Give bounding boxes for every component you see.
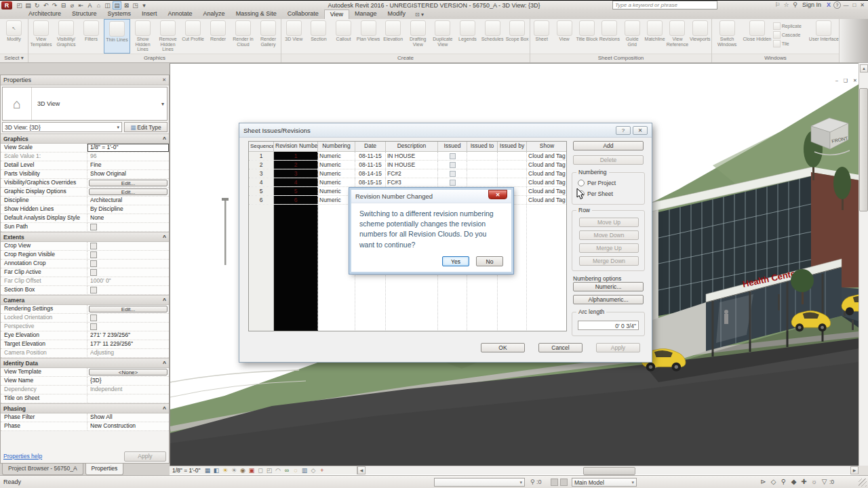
- section-icon[interactable]: ◫: [104, 2, 111, 9]
- ok-button[interactable]: OK: [481, 343, 525, 352]
- ribbon-button-revisions[interactable]: Revisions: [598, 19, 620, 54]
- ribbon-button-title-block[interactable]: Title Block: [576, 19, 598, 54]
- annotation-crop-icon[interactable]: ◰: [264, 467, 273, 474]
- drag-on-selection-icon[interactable]: ✚: [800, 478, 808, 485]
- ribbon-button-guide-grid[interactable]: Guide Grid: [621, 19, 644, 54]
- tab-properties[interactable]: Properties: [85, 464, 124, 475]
- crop-view-icon[interactable]: ▣: [247, 467, 256, 474]
- sign-in-label[interactable]: Sign In: [802, 1, 821, 8]
- dialog-title-bar[interactable]: Sheet Issues/Revisions ? ✕: [239, 123, 652, 138]
- select-pinned-icon[interactable]: ⚲: [780, 478, 787, 485]
- show-crop-region-icon[interactable]: ◻: [256, 467, 264, 474]
- no-button[interactable]: No: [476, 256, 503, 266]
- move-down-button[interactable]: Move Down: [579, 230, 639, 240]
- yes-button[interactable]: Yes: [442, 256, 469, 266]
- ribbon-tab-architecture[interactable]: Architecture: [23, 9, 66, 19]
- shadows-icon[interactable]: ☀: [229, 467, 238, 474]
- measure-icon[interactable]: ⌀: [68, 2, 76, 9]
- group-label-select[interactable]: Select ▾: [0, 54, 28, 62]
- ribbon-button-callout[interactable]: Callout: [331, 19, 356, 54]
- perspective-checkbox[interactable]: [90, 323, 97, 330]
- collapse-icon[interactable]: ^: [163, 360, 166, 367]
- ribbon-button-view-templates[interactable]: View Templates: [28, 19, 54, 54]
- ribbon-button-viewports[interactable]: Viewports: [689, 19, 711, 54]
- collapse-icon[interactable]: ^: [163, 297, 166, 304]
- move-up-button[interactable]: Move Up: [579, 218, 639, 227]
- table-row[interactable]: 22Numeric08-11-15IN HOUSECloud and Tag: [249, 161, 566, 169]
- collapse-icon[interactable]: ^: [163, 405, 166, 412]
- column-header-sequence[interactable]: Sequence: [249, 142, 274, 151]
- restore-button[interactable]: □: [852, 2, 856, 8]
- view-selector-dropdown[interactable]: 3D View: {3D}▾: [2, 122, 122, 132]
- editable-toggle-icon[interactable]: [560, 479, 568, 486]
- ribbon-tab-manage[interactable]: Manage: [349, 9, 382, 19]
- minimize-button[interactable]: —: [843, 2, 848, 8]
- ribbon-button-switch-windows[interactable]: Switch Windows: [712, 19, 742, 54]
- ribbon-tab-modify[interactable]: Modify: [382, 9, 412, 19]
- ribbon-button-thin-lines[interactable]: Thin Lines: [104, 19, 130, 54]
- table-row[interactable]: 11Numeric08-11-15IN HOUSECloud and Tag: [249, 152, 566, 161]
- worksharing-display-icon[interactable]: [551, 479, 558, 486]
- numeric-button[interactable]: Numeric...: [573, 282, 644, 291]
- displace-elements-icon[interactable]: ◇: [309, 467, 317, 474]
- ribbon-button-remove-hidden-lines[interactable]: Remove Hidden Lines: [155, 19, 180, 54]
- scroll-up-icon[interactable]: ▲: [860, 64, 868, 73]
- ribbon-button-render-gallery[interactable]: Render Gallery: [256, 19, 281, 54]
- temporary-hide-isolate-icon[interactable]: ∞: [282, 467, 291, 474]
- dialog-help-icon[interactable]: ?: [616, 126, 631, 135]
- crop-view-checkbox[interactable]: [90, 243, 97, 249]
- dialog-close-icon[interactable]: ✕: [633, 126, 648, 135]
- default-3d-view-icon[interactable]: ⌂: [95, 2, 102, 9]
- issued-checkbox[interactable]: [450, 180, 456, 186]
- visual-style-icon[interactable]: ◧: [212, 467, 220, 474]
- visibility-graphics-overrides-button[interactable]: Edit...: [89, 180, 167, 186]
- sun-path-checkbox[interactable]: [90, 224, 97, 230]
- horizontal-scrollbar[interactable]: ◀ ▶: [357, 466, 859, 474]
- search-input[interactable]: Type a keyword or phrase: [612, 1, 717, 9]
- editable-only-count[interactable]: ⚲ :0: [530, 479, 542, 485]
- alphanumeric-button[interactable]: Alphanumeric...: [573, 295, 644, 304]
- merge-up-button[interactable]: Merge Up: [579, 243, 639, 253]
- ribbon-button-render[interactable]: Render: [205, 19, 231, 54]
- section-header-extents[interactable]: Extents^: [1, 232, 169, 242]
- ribbon-button-schedules[interactable]: Schedules: [480, 19, 505, 54]
- column-header-issued[interactable]: Issued: [438, 142, 467, 151]
- column-header-show[interactable]: Show: [527, 142, 567, 151]
- undo-icon[interactable]: ↶: [42, 2, 50, 9]
- ribbon-tab-insert[interactable]: Insert: [136, 9, 163, 19]
- resize-grip[interactable]: [859, 479, 867, 487]
- view-window-controls[interactable]: ‒ ❑ ✕: [835, 78, 859, 83]
- column-header-description[interactable]: Description: [386, 142, 438, 151]
- revit-logo[interactable]: R: [1, 1, 12, 9]
- column-header-revision-number[interactable]: Revision Number: [274, 142, 318, 151]
- help-icon[interactable]: ?: [833, 1, 841, 9]
- ribbon-button-cut-profile[interactable]: Cut Profile: [180, 19, 205, 54]
- design-options-dropdown[interactable]: Main Model▾: [572, 478, 637, 487]
- sign-in-user-icon[interactable]: ⚲: [791, 1, 799, 9]
- close-hidden-windows-icon[interactable]: ⊠: [123, 2, 130, 9]
- locked-orientation-checkbox[interactable]: [90, 314, 97, 321]
- redo-icon[interactable]: ↷: [51, 2, 58, 9]
- merge-down-button[interactable]: Merge Down: [579, 256, 639, 266]
- collapse-icon[interactable]: ^: [163, 136, 166, 142]
- view-template-button[interactable]: <None>: [89, 369, 167, 375]
- modify-button[interactable]: ↖ Modify: [0, 19, 28, 54]
- communication-center-icon[interactable]: ⚐: [774, 1, 781, 9]
- per-project-radio[interactable]: Per Project: [578, 180, 616, 186]
- column-header-numbering[interactable]: Numbering: [318, 142, 355, 151]
- properties-apply-button[interactable]: Apply: [124, 451, 166, 462]
- ribbon-tab-systems[interactable]: Systems: [102, 9, 137, 19]
- issued-checkbox[interactable]: [450, 162, 456, 168]
- message-dialog-title-bar[interactable]: Revision Number Changed: [351, 190, 511, 203]
- apply-button[interactable]: Apply: [596, 343, 640, 352]
- ribbon-button-render-in-cloud[interactable]: Render in Cloud: [231, 19, 256, 54]
- detail-level-icon[interactable]: ▦: [203, 467, 212, 474]
- background-processes-icon[interactable]: ☼: [810, 478, 818, 485]
- scroll-left-icon[interactable]: ◀: [357, 466, 366, 474]
- column-header-issued-by[interactable]: Issued by: [498, 142, 527, 151]
- properties-help-link[interactable]: Properties help: [3, 453, 42, 460]
- ribbon-button-drafting-view[interactable]: Drafting View: [406, 19, 431, 54]
- collapse-icon[interactable]: ^: [163, 234, 166, 241]
- add-button[interactable]: Add: [573, 141, 644, 150]
- cancel-button[interactable]: Cancel: [538, 343, 583, 352]
